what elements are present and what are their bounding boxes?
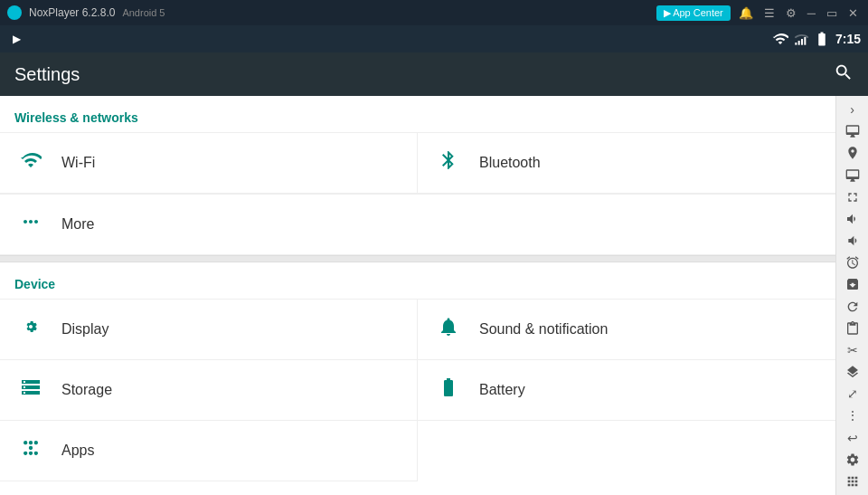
more-item[interactable]: More bbox=[0, 194, 835, 255]
device-section-header: Device bbox=[0, 262, 835, 299]
status-bar-left: ▶ bbox=[7, 30, 25, 48]
minimize-icon[interactable]: ─ bbox=[805, 6, 818, 20]
sidebar-icon-volume-up[interactable] bbox=[840, 209, 865, 229]
bluetooth-label: Bluetooth bbox=[479, 155, 541, 171]
status-bar: ▶ 7:15 bbox=[0, 25, 868, 52]
wifi-item[interactable]: Wi-Fi bbox=[0, 133, 418, 194]
device-grid: Display Sound & notification bbox=[0, 299, 835, 481]
sidebar-icon-location[interactable] bbox=[840, 143, 865, 163]
title-bar-left: NoxPlayer 6.2.8.0 Android 5 bbox=[7, 5, 165, 20]
apps-item[interactable]: Apps bbox=[0, 421, 418, 481]
bluetooth-icon bbox=[436, 149, 461, 176]
status-bar-right: 7:15 bbox=[772, 31, 861, 47]
sidebar-icon-fullscreen[interactable] bbox=[840, 187, 865, 207]
sound-item[interactable]: Sound & notification bbox=[418, 300, 835, 360]
more-icon bbox=[18, 211, 43, 238]
play-icon: ▶ bbox=[13, 33, 21, 45]
sidebar-icon-volume-down[interactable] bbox=[840, 231, 865, 251]
sidebar-icon-layers[interactable] bbox=[840, 362, 865, 382]
app-name: NoxPlayer 6.2.8.0 bbox=[29, 6, 115, 19]
device-section: Device Display bbox=[0, 262, 835, 481]
play-button[interactable]: ▶ bbox=[7, 30, 25, 48]
svg-rect-1 bbox=[798, 41, 800, 45]
apps-icon bbox=[18, 437, 43, 464]
sidebar-icon-grid[interactable] bbox=[840, 471, 865, 491]
battery-status-icon bbox=[814, 31, 830, 47]
sidebar-icon-more-vertical[interactable]: ⋮ bbox=[840, 405, 865, 425]
time-display: 7:15 bbox=[835, 32, 861, 46]
wireless-section-header: Wireless & networks bbox=[0, 96, 835, 132]
android-version: Android 5 bbox=[122, 7, 165, 18]
content-area: Wireless & networks Wi-Fi bbox=[0, 96, 835, 495]
battery-icon bbox=[436, 376, 461, 404]
app-center-button[interactable]: ▶ App Center bbox=[656, 5, 731, 21]
display-icon bbox=[18, 316, 43, 343]
display-item[interactable]: Display bbox=[0, 300, 418, 360]
storage-label: Storage bbox=[61, 382, 112, 398]
gear-icon[interactable]: ⚙ bbox=[783, 6, 799, 20]
section-divider bbox=[0, 255, 835, 262]
battery-label: Battery bbox=[479, 382, 525, 398]
wifi-svg bbox=[20, 149, 42, 171]
sidebar-icon-alarm[interactable] bbox=[840, 252, 865, 272]
apps-label: Apps bbox=[61, 443, 94, 459]
sound-label: Sound & notification bbox=[479, 321, 608, 338]
apps-svg bbox=[20, 437, 42, 459]
restore-icon[interactable]: ▭ bbox=[824, 6, 840, 20]
battery-item[interactable]: Battery bbox=[418, 360, 835, 421]
storage-svg bbox=[20, 376, 42, 398]
title-bar-right: ▶ App Center 🔔 ☰ ⚙ ─ ▭ ✕ bbox=[656, 5, 861, 21]
svg-rect-0 bbox=[795, 43, 797, 45]
storage-icon bbox=[18, 376, 43, 404]
svg-rect-3 bbox=[804, 37, 806, 45]
svg-rect-2 bbox=[801, 39, 803, 45]
wifi-status-icon bbox=[772, 31, 788, 47]
sidebar-icon-scissors[interactable]: ✂ bbox=[840, 340, 865, 360]
storage-item[interactable]: Storage bbox=[0, 360, 418, 421]
sidebar-icon-display[interactable] bbox=[840, 166, 865, 186]
search-icon bbox=[834, 62, 854, 82]
display-label: Display bbox=[61, 321, 108, 338]
sound-icon bbox=[436, 316, 461, 343]
more-label: More bbox=[61, 216, 94, 233]
main-layout: Wireless & networks Wi-Fi bbox=[0, 96, 868, 495]
sidebar-icon-arrow[interactable]: › bbox=[840, 100, 865, 119]
bluetooth-svg bbox=[438, 149, 459, 171]
page-title: Settings bbox=[14, 64, 80, 85]
wifi-label: Wi-Fi bbox=[61, 155, 95, 171]
nox-logo bbox=[7, 5, 22, 20]
sound-svg bbox=[438, 316, 459, 338]
close-icon[interactable]: ✕ bbox=[845, 6, 861, 20]
sidebar-icon-archive[interactable] bbox=[840, 274, 865, 294]
wifi-icon bbox=[18, 149, 43, 176]
menu-icon[interactable]: ☰ bbox=[761, 6, 778, 20]
sidebar-icon-refresh[interactable] bbox=[840, 297, 865, 317]
sidebar-icon-clipboard[interactable] bbox=[840, 319, 865, 338]
wireless-section: Wireless & networks Wi-Fi bbox=[0, 96, 835, 255]
sidebar-icon-resize[interactable]: ⤢ bbox=[840, 384, 865, 404]
display-svg bbox=[20, 316, 42, 338]
sidebar-icon-settings[interactable] bbox=[840, 450, 865, 470]
more-svg bbox=[20, 211, 42, 233]
bell-icon[interactable]: 🔔 bbox=[736, 6, 756, 20]
sidebar-icon-undo[interactable]: ↩ bbox=[840, 428, 865, 448]
sidebar-icon-monitor[interactable] bbox=[840, 121, 865, 141]
settings-header: Settings bbox=[0, 52, 868, 96]
wireless-grid: Wi-Fi Bluetooth bbox=[0, 132, 835, 194]
signal-icon bbox=[794, 32, 808, 46]
search-button[interactable] bbox=[834, 62, 854, 87]
right-sidebar: › ✂ ⤢ bbox=[835, 96, 868, 495]
battery-svg bbox=[438, 376, 459, 398]
title-bar: NoxPlayer 6.2.8.0 Android 5 ▶ App Center… bbox=[0, 0, 868, 25]
bluetooth-item[interactable]: Bluetooth bbox=[418, 133, 835, 194]
